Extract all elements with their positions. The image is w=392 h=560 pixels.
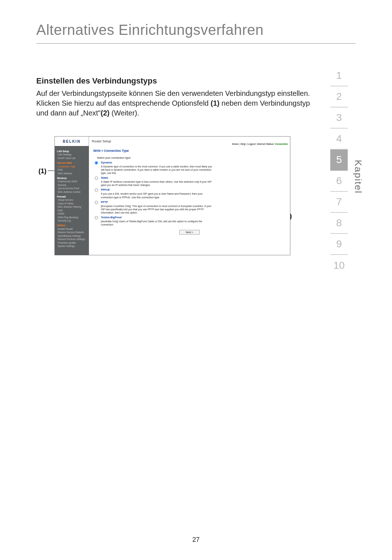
connection-option: DynamicA Dynamic type of connection is t…: [95, 161, 286, 175]
option-label: Static: [101, 176, 213, 179]
option-label: Telstra BigPond: [101, 216, 213, 219]
top-links: Home | Help | Logout Internet Status: Co…: [232, 143, 288, 145]
sidebar-item[interactable]: Connection Type: [57, 165, 87, 168]
radio-static[interactable]: [95, 176, 98, 180]
sidebar-item[interactable]: Virtual Servers: [57, 198, 87, 202]
sidebar-item[interactable]: Use as Access Point: [57, 187, 87, 190]
sidebar-item[interactable]: Security Log: [57, 219, 87, 222]
section-paragraph: Auf der Verbindungstypseite können Sie d…: [36, 89, 312, 118]
sidebar-item[interactable]: DHCP Client List: [57, 157, 87, 160]
option-desc: If you use a DSL modem and/or your ISP g…: [101, 192, 213, 199]
sidebar-item[interactable]: Restore Factory Defaults: [57, 231, 87, 234]
callout-1-inline: (1): [211, 99, 219, 107]
router-screenshot: BELKIN Router Setup Home | Help | Logout…: [54, 136, 290, 255]
radio-pptp[interactable]: [95, 201, 98, 204]
sidebar-item[interactable]: LAN Settings: [57, 153, 87, 156]
callout-2-inline: (2): [101, 109, 109, 117]
option-label: Dynamic: [101, 161, 213, 164]
sidebar-item: Firewall: [57, 195, 87, 198]
next-button[interactable]: Next >: [179, 230, 200, 235]
sidebar-item: Utilities: [57, 224, 87, 227]
sidebar-item[interactable]: System Settings: [57, 244, 87, 248]
radio-telstra-bigpond[interactable]: [95, 216, 98, 219]
sidebar-item[interactable]: DMZ: [57, 209, 87, 212]
lead-text: Select your connection type:: [97, 156, 286, 159]
connection-option: StaticA Static IP address connection typ…: [95, 176, 286, 187]
sidebar-item: Internet WAN: [57, 161, 87, 165]
option-desc: A Dynamic type of connection is the most…: [101, 165, 213, 175]
link-logout[interactable]: Logout: [248, 143, 256, 145]
sidebar-item: Wireless: [57, 176, 87, 180]
breadcrumb: WAN > Connection Type: [93, 149, 286, 153]
page-number: 27: [0, 536, 392, 544]
sidebar-item[interactable]: Restore Previous Settings: [57, 238, 87, 241]
option-desc: [Australia Only] Users of Telstra BigPon…: [101, 220, 213, 226]
sidebar-item[interactable]: MAC Address: [57, 172, 87, 175]
sidebar-item[interactable]: MAC Address Control: [57, 190, 87, 194]
link-help[interactable]: Help: [241, 143, 246, 145]
sidebar-item: LAN Setup: [57, 150, 87, 153]
chapter-tab-10[interactable]: 10: [330, 255, 348, 276]
chapter-tab-1[interactable]: 1: [330, 65, 348, 86]
chapter-label: Kapitel: [352, 160, 364, 194]
sidebar-item[interactable]: DDNS: [57, 212, 87, 215]
radio-dynamic[interactable]: [95, 161, 98, 165]
chapter-tab-3[interactable]: 3: [330, 107, 348, 129]
sidebar-item[interactable]: Security: [57, 183, 87, 187]
sidebar-item[interactable]: DNS: [57, 168, 87, 171]
option-desc: [European Countries Only]. This type of …: [101, 204, 213, 214]
page-title: Alternatives Einrichtungsverfahren: [36, 22, 356, 44]
status-value: Connection: [275, 143, 288, 145]
connection-option: PPTP[European Countries Only]. This type…: [95, 200, 286, 214]
sidebar-item[interactable]: Save/Backup Settings: [57, 234, 87, 238]
connection-option: PPPoEIf you use a DSL modem and/or your …: [95, 188, 286, 199]
sidebar-item[interactable]: Client IP Filters: [57, 202, 87, 205]
option-desc: A Static IP address connection type is l…: [101, 180, 213, 187]
sidebar-item[interactable]: Restart Router: [57, 227, 87, 231]
section-heading: Einstellen des Verbindungstyps: [36, 76, 356, 86]
option-label: PPTP: [101, 200, 213, 204]
brand-logo: BELKIN: [55, 137, 89, 146]
sidebar-item[interactable]: WAN Ping Blocking: [57, 216, 87, 219]
option-label: PPPoE: [101, 188, 213, 191]
chapter-tab-2[interactable]: 2: [330, 86, 348, 107]
sidebar-item[interactable]: Channel and SSID: [57, 180, 87, 183]
link-home[interactable]: Home: [232, 143, 238, 145]
radio-pppoe[interactable]: [95, 188, 98, 192]
router-sidebar: LAN SetupLAN SettingsDHCP Client ListInt…: [55, 146, 89, 255]
sidebar-item[interactable]: MAC Address Filtering: [57, 205, 87, 208]
window-title: Router Setup: [92, 139, 111, 143]
sidebar-item[interactable]: Firmware Update: [57, 241, 87, 244]
connection-option: Telstra BigPond[Australia Only] Users of…: [95, 216, 286, 226]
annotation-1: (1): [38, 167, 46, 175]
